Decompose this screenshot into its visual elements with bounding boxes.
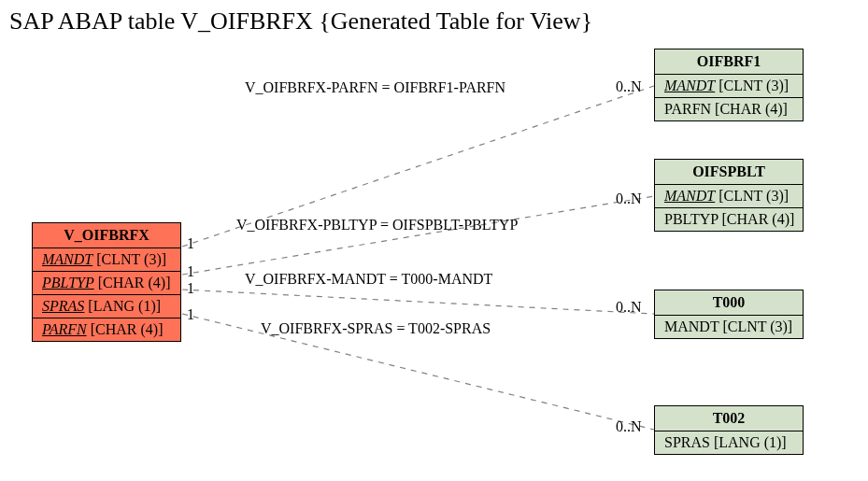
field-row: PBLTYP [CHAR (4)] <box>655 208 803 231</box>
field-row: MANDT [CLNT (3)] <box>655 185 803 208</box>
field-row: MANDT [CLNT (3)] <box>33 248 180 272</box>
cardinality-right: 0..N <box>616 78 642 95</box>
field-plain: PARFN <box>664 101 711 117</box>
field-type: [CHAR (4)] <box>98 275 171 290</box>
field-row: PARFN [CHAR (4)] <box>33 318 180 341</box>
field-type: [CLNT (3)] <box>722 318 792 334</box>
field-fk: PARFN <box>42 321 87 337</box>
field-row: SPRAS [LANG (1)] <box>655 431 803 454</box>
entity-oifbrf1: OIFBRF1 MANDT [CLNT (3)] PARFN [CHAR (4)… <box>654 49 804 121</box>
cardinality-left: 1 <box>187 235 194 252</box>
field-fk: SPRAS <box>42 298 84 314</box>
field-type: [CLNT (3)] <box>719 188 789 204</box>
field-fk: MANDT <box>42 251 92 267</box>
entity-t002: T002 SPRAS [LANG (1)] <box>654 405 804 455</box>
relation-label: V_OIFBRFX-PARFN = OIFBRF1-PARFN <box>245 79 505 96</box>
field-plain: PBLTYP <box>664 211 719 227</box>
entity-header: V_OIFBRFX <box>33 223 180 248</box>
entity-header: T000 <box>655 290 803 316</box>
field-fk: MANDT <box>664 78 715 93</box>
cardinality-right: 0..N <box>616 299 642 316</box>
entity-header: OIFBRF1 <box>655 50 803 75</box>
page-title: SAP ABAP table V_OIFBRFX {Generated Tabl… <box>9 7 592 35</box>
field-type: [CHAR (4)] <box>722 211 795 227</box>
field-row: MANDT [CLNT (3)] <box>655 316 803 338</box>
entity-header: T002 <box>655 406 803 431</box>
field-row: MANDT [CLNT (3)] <box>655 75 803 98</box>
field-type: [CHAR (4)] <box>715 101 788 117</box>
entity-t000: T000 MANDT [CLNT (3)] <box>654 290 804 339</box>
cardinality-right: 0..N <box>616 191 642 207</box>
cardinality-right: 0..N <box>616 418 642 435</box>
entity-header: OIFSPBLT <box>655 160 803 185</box>
cardinality-left: 1 <box>187 306 194 323</box>
svg-line-1 <box>182 196 654 275</box>
field-row: SPRAS [LANG (1)] <box>33 295 180 318</box>
cardinality-left: 1 <box>187 263 194 280</box>
entity-oifspblt: OIFSPBLT MANDT [CLNT (3)] PBLTYP [CHAR (… <box>654 159 804 232</box>
field-fk: MANDT <box>664 188 715 204</box>
field-type: [LANG (1)] <box>714 434 787 450</box>
field-plain: SPRAS <box>664 434 710 450</box>
relation-label: V_OIFBRFX-SPRAS = T002-SPRAS <box>261 320 491 337</box>
entity-v-oifbrfx: V_OIFBRFX MANDT [CLNT (3)] PBLTYP [CHAR … <box>32 222 181 342</box>
relation-label: V_OIFBRFX-MANDT = T000-MANDT <box>245 271 492 288</box>
field-type: [CLNT (3)] <box>719 78 789 93</box>
field-plain: MANDT <box>664 318 719 334</box>
field-type: [CHAR (4)] <box>91 321 164 337</box>
field-fk: PBLTYP <box>42 275 94 290</box>
field-row: PBLTYP [CHAR (4)] <box>33 272 180 295</box>
relation-label: V_OIFBRFX-PBLTYP = OIFSPBLT-PBLTYP <box>236 217 518 233</box>
field-row: PARFN [CHAR (4)] <box>655 98 803 120</box>
svg-line-2 <box>182 290 654 314</box>
field-type: [CLNT (3)] <box>96 251 166 267</box>
cardinality-left: 1 <box>187 280 194 297</box>
field-type: [LANG (1)] <box>88 298 161 314</box>
